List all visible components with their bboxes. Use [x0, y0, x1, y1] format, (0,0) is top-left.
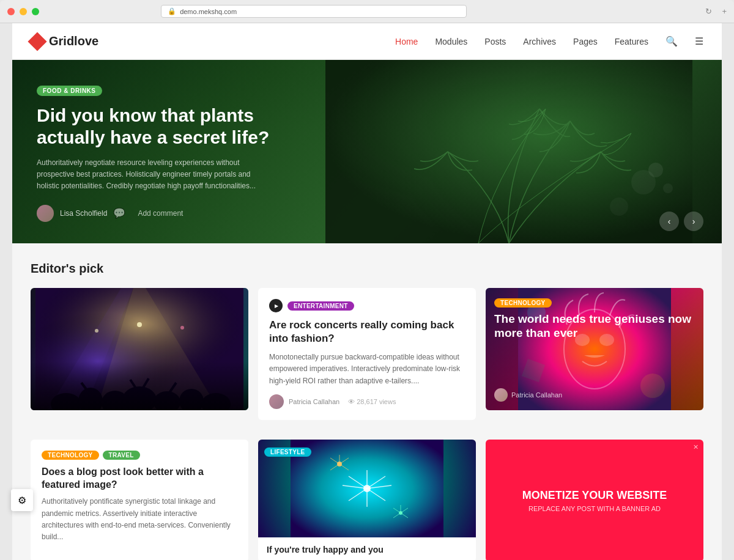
maximize-dot[interactable]	[32, 8, 39, 15]
technology-tag: Technology	[494, 298, 552, 308]
card-entertainment-desc: Monotonectally pursue backward-compatibl…	[269, 352, 465, 387]
logo-text: Gridlove	[49, 34, 98, 48]
card-tag-row: ▶ Entertainment	[269, 299, 465, 312]
card-concert-bg	[31, 288, 248, 410]
address-bar[interactable]: 🔒 demo.mekshq.com	[161, 5, 467, 18]
blog-tag-technology: Technology	[42, 451, 99, 460]
hero-prev-button[interactable]: ‹	[659, 212, 679, 231]
technology-top: Technology The world needs true geniuses…	[494, 297, 695, 341]
site-wrapper: Gridlove Home Modules Posts Archives Pag…	[12, 23, 722, 560]
url-text: demo.mekshq.com	[180, 8, 237, 15]
menu-icon[interactable]: ☰	[695, 35, 703, 47]
ad-main-text: MONETIZE YOUR WEBSITE	[522, 489, 667, 503]
hero-author-avatar	[37, 205, 54, 222]
card-technology-content: Technology The world needs true geniuses…	[486, 288, 703, 410]
card-entertainment-title: Are rock concerts really coming back int…	[269, 319, 465, 345]
card-entertainment-meta: Patricia Callahan 👁 28,617 views	[269, 394, 465, 409]
crowd-shapes	[31, 361, 248, 410]
nav-home[interactable]: Home	[395, 37, 418, 46]
svg-point-52	[399, 511, 402, 515]
hero-next-button[interactable]: ›	[684, 212, 703, 231]
svg-point-21	[137, 322, 142, 327]
hero-comment-link[interactable]: Add comment	[138, 209, 183, 218]
eye-icon: 👁	[348, 398, 355, 405]
card-lifestyle-bg: Lifestyle	[258, 440, 476, 537]
card-technology-avatar	[494, 388, 508, 402]
reload-icon[interactable]: ↻	[705, 7, 712, 16]
hero-content: Food & Drinks Did you know that plants a…	[12, 60, 722, 243]
ad-sub-text: REPLACE ANY POST WITH A BANNER AD	[528, 505, 661, 512]
hero-description: Authoritatively negotiate resource level…	[37, 157, 269, 193]
add-tab-icon[interactable]: +	[722, 7, 727, 16]
svg-point-22	[95, 329, 98, 333]
editors-pick-grid: ▶ Entertainment Are rock concerts really…	[31, 288, 703, 430]
editors-pick-title: Editor's pick	[31, 262, 703, 276]
card-entertainment-author: Patricia Callahan	[289, 398, 339, 405]
card-entertainment-avatar	[269, 394, 284, 409]
card-blog-post[interactable]: Technology Travel Does a blog post look …	[31, 440, 248, 560]
hero-navigation: ‹ ›	[659, 212, 703, 231]
minimize-dot[interactable]	[20, 8, 27, 15]
card-entertainment-views: 👁 28,617 views	[348, 398, 396, 405]
lifestyle-tag: Lifestyle	[264, 448, 311, 457]
lock-icon: 🔒	[168, 7, 176, 15]
card-lifestyle-text: If you're truly happy and you	[258, 537, 476, 560]
nav-posts[interactable]: Posts	[484, 37, 506, 46]
bottom-grid: Technology Travel Does a blog post look …	[31, 440, 703, 560]
views-count: 28,617 views	[357, 398, 396, 405]
main-content: Editor's pick	[12, 243, 722, 560]
browser-chrome: 🔒 demo.mekshq.com ↻ +	[0, 0, 734, 23]
card-technology-author: Patricia Callahan	[511, 391, 562, 399]
card-technology-meta: Patricia Callahan	[494, 388, 695, 402]
card-blog-tags: Technology Travel	[42, 451, 237, 460]
logo-diamond	[28, 32, 46, 51]
main-nav: Home Modules Posts Archives Pages Featur…	[395, 35, 703, 47]
nav-features[interactable]: Features	[615, 37, 648, 46]
card-technology[interactable]: Technology The world needs true geniuses…	[486, 288, 703, 410]
hero-title: Did you know that plants actually have a…	[37, 105, 294, 149]
entertainment-tag: Entertainment	[287, 301, 354, 311]
hero-meta: Lisa Scholfield 💬 Add comment	[37, 205, 697, 222]
close-dot[interactable]	[7, 8, 15, 15]
hero-tag: Food & Drinks	[37, 86, 102, 96]
card-blog-title: Does a blog post look better with a feat…	[42, 466, 237, 492]
card-entertainment[interactable]: ▶ Entertainment Are rock concerts really…	[258, 288, 476, 420]
site-header: Gridlove Home Modules Posts Archives Pag…	[12, 23, 722, 60]
svg-point-46	[337, 462, 342, 466]
ad-close-button[interactable]: ✕	[693, 443, 699, 451]
nav-archives[interactable]: Archives	[523, 37, 556, 46]
hero-author-name: Lisa Scholfield	[60, 209, 107, 218]
card-advertisement: ✕ MONETIZE YOUR WEBSITE REPLACE ANY POST…	[486, 440, 703, 560]
search-icon[interactable]: 🔍	[665, 35, 678, 47]
separator: 💬	[113, 207, 125, 219]
card-concert[interactable]	[31, 288, 248, 410]
logo[interactable]: Gridlove	[31, 34, 98, 48]
play-icon: ▶	[275, 303, 278, 309]
nav-modules[interactable]: Modules	[435, 37, 467, 46]
blog-tag-travel: Travel	[103, 451, 140, 460]
hero-slider: Food & Drinks Did you know that plants a…	[12, 60, 722, 243]
lifestyle-tag-container: Lifestyle	[264, 446, 311, 457]
card-lifestyle-title: If you're truly happy and you	[267, 545, 467, 554]
card-blog-desc: Authoritatively pontificate synergistic …	[42, 496, 237, 543]
svg-point-40	[363, 485, 371, 492]
nav-pages[interactable]: Pages	[573, 37, 598, 46]
card-technology-title: The world needs true geniuses now more t…	[494, 312, 695, 341]
svg-point-23	[180, 326, 184, 330]
card-lifestyle[interactable]: Lifestyle If you're truly happy and you	[258, 440, 476, 560]
settings-gear-button[interactable]: ⚙	[11, 489, 33, 511]
play-button[interactable]: ▶	[269, 299, 283, 312]
